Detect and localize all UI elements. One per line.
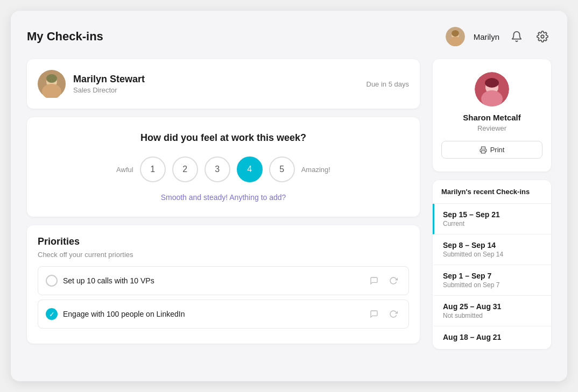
checkin-date-1: Sep 8 – Sep 14	[443, 241, 542, 250]
svg-point-4	[541, 35, 544, 38]
rating-btn-4[interactable]: 4	[237, 156, 263, 182]
reviewer-card: Sharon Metcalf Reviewer Print	[433, 59, 551, 172]
rating-btn-2[interactable]: 2	[172, 156, 198, 182]
settings-button[interactable]	[534, 28, 551, 45]
rating-btn-3[interactable]: 3	[205, 156, 230, 182]
print-label: Print	[490, 146, 505, 154]
svg-rect-13	[481, 151, 485, 153]
rating-row: Awful 1 2 3 4 5 Amazing!	[38, 156, 409, 182]
checkin-item-1[interactable]: Sep 8 – Sep 14 Submitted on Sep 14	[433, 234, 551, 265]
svg-point-11	[485, 78, 499, 88]
sharon-avatar	[475, 72, 509, 106]
priority-left-1: Set up 10 calls with 10 VPs	[46, 275, 154, 287]
priority-actions-2	[366, 307, 401, 322]
priority-refresh-btn-1[interactable]	[386, 273, 401, 288]
priority-refresh-btn-2[interactable]	[386, 307, 401, 322]
priority-text-1: Set up 10 calls with 10 VPs	[63, 276, 154, 285]
page-title: My Check-ins	[27, 30, 103, 44]
rating-high-label: Amazing!	[301, 166, 330, 174]
priority-item-2: ✓ Engage with 100 people on LinkedIn	[38, 300, 409, 329]
user-info: Marilyn Stewart Sales Director	[73, 74, 145, 94]
user-role: Sales Director	[73, 86, 145, 94]
checkin-status-1: Submitted on Sep 14	[443, 251, 542, 258]
checkin-status-0: Current	[443, 220, 542, 227]
user-name: Marilyn Stewart	[73, 74, 145, 85]
header-avatar	[446, 27, 465, 46]
due-date: Due in 5 days	[366, 80, 410, 88]
reviewer-role: Reviewer	[441, 124, 542, 132]
checkin-date-3: Aug 25 – Aug 31	[443, 302, 542, 311]
svg-point-7	[46, 74, 57, 83]
checkin-date-0: Sep 15 – Sep 21	[443, 210, 542, 219]
checkin-item-4[interactable]: Aug 18 – Aug 21	[433, 326, 551, 349]
rating-btn-1[interactable]: 1	[140, 156, 166, 182]
priority-comment-btn-2[interactable]	[366, 307, 382, 322]
print-button[interactable]: Print	[441, 141, 542, 159]
checkin-item-3[interactable]: Aug 25 – Aug 31 Not submitted	[433, 296, 551, 326]
priority-text-2: Engage with 100 people on LinkedIn	[63, 310, 185, 318]
priority-checkbox-2[interactable]: ✓	[46, 308, 58, 320]
checkin-item-2[interactable]: Sep 1 – Sep 7 Submitted on Sep 7	[433, 265, 551, 296]
recent-checkins-card: Marilyn's recent Check-ins Sep 15 – Sep …	[433, 180, 551, 349]
feeling-card: How did you feel at work this week? Awfu…	[27, 117, 420, 217]
checkins-header: Marilyn's recent Check-ins	[433, 180, 551, 204]
feeling-prompt[interactable]: Smooth and steady! Anything to add?	[38, 193, 409, 202]
left-panel: Marilyn Stewart Sales Director Due in 5 …	[27, 59, 420, 349]
notifications-button[interactable]	[508, 28, 525, 45]
rating-low-label: Awful	[116, 166, 133, 174]
rating-btn-5[interactable]: 5	[269, 156, 295, 182]
priorities-card: Priorities Check off your current priort…	[27, 225, 420, 344]
app-container: My Check-ins Marilyn	[11, 11, 567, 381]
user-card: Marilyn Stewart Sales Director Due in 5 …	[27, 59, 420, 109]
marilyn-avatar	[38, 70, 66, 98]
header-right: Marilyn	[446, 27, 551, 46]
checkin-status-3: Not submitted	[443, 312, 542, 319]
feeling-question: How did you feel at work this week?	[38, 132, 409, 144]
priorities-title: Priorities	[38, 236, 409, 247]
header: My Check-ins Marilyn	[27, 27, 551, 46]
checkin-status-2: Submitted on Sep 7	[443, 281, 542, 289]
priority-actions-1	[366, 273, 401, 288]
priority-item-1: Set up 10 calls with 10 VPs	[38, 266, 409, 295]
user-card-left: Marilyn Stewart Sales Director	[38, 70, 145, 98]
checkin-date-2: Sep 1 – Sep 7	[443, 272, 542, 280]
svg-point-2	[452, 30, 459, 37]
priorities-subtitle: Check off your current priorties	[38, 251, 409, 259]
reviewer-name: Sharon Metcalf	[441, 113, 542, 122]
checkin-item-0[interactable]: Sep 15 – Sep 21 Current	[433, 204, 551, 234]
priority-left-2: ✓ Engage with 100 people on LinkedIn	[46, 308, 185, 320]
priority-comment-btn-1[interactable]	[366, 273, 382, 288]
header-username: Marilyn	[474, 32, 499, 41]
main-content: Marilyn Stewart Sales Director Due in 5 …	[27, 59, 551, 349]
checkin-date-4: Aug 18 – Aug 21	[443, 333, 542, 341]
priority-checkbox-1[interactable]	[46, 275, 58, 287]
right-panel: Sharon Metcalf Reviewer Print Marilyn's …	[433, 59, 551, 349]
